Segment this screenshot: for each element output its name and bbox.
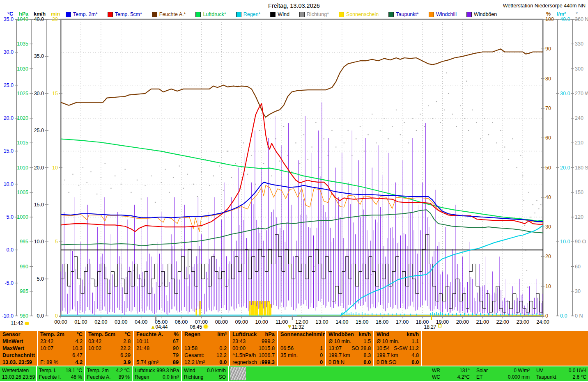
axis-tick-label: 330	[575, 41, 583, 47]
series-richtung-dot	[360, 126, 361, 127]
x-tick-label: 22:00	[496, 319, 509, 325]
cell-label: 10:02	[88, 345, 101, 352]
axis-tick-label: 5	[55, 239, 58, 245]
series-richtung-dot	[197, 196, 198, 197]
table-column-sonnenschein: Sonnenscheinmin06:56135 min.00	[277, 331, 325, 366]
series-richtung-dot	[524, 225, 525, 226]
series-richtung-dot	[364, 151, 365, 151]
x-tick-label: 24:00	[536, 319, 549, 325]
series-richtung-dot	[356, 138, 356, 139]
status-value: 0.0 l/m²	[163, 374, 179, 380]
axis-tick-label: 1005	[17, 190, 28, 195]
cell-value: min	[316, 331, 325, 338]
series-richtung-dot	[64, 180, 65, 181]
cell-value: 0.0	[363, 359, 371, 366]
axis-tick-label: 30	[545, 224, 551, 230]
axis-tick-label: 990	[20, 264, 28, 270]
series-richtung-dot	[311, 146, 312, 147]
cell-label: Feuchte A.	[136, 331, 163, 338]
status-label: UV	[536, 367, 543, 374]
series-richtung-dot	[412, 118, 413, 119]
series-richtung-dot	[275, 138, 276, 139]
axis-tick-label: 40.0	[34, 16, 44, 22]
sun-icon	[25, 322, 29, 325]
series-richtung-dot	[141, 199, 142, 199]
x-tick-label: 04:00	[135, 319, 147, 325]
status-label: ET	[476, 374, 482, 380]
cell-label: Wind	[377, 331, 389, 338]
cell-value: 22.2	[120, 345, 131, 352]
cell-label: 21:48	[136, 345, 149, 352]
cell-value: 1015.8	[259, 345, 275, 352]
axis-tick-label: 0	[55, 313, 58, 319]
cell-label: regnerisch	[232, 359, 257, 366]
status-bar: Wetterdaten13.03.26 23:59Temp. I.18.1 °C…	[0, 366, 588, 382]
series-richtung-dot	[464, 118, 465, 119]
series-richtung-dot	[368, 134, 368, 135]
axis-tick-label: 150	[575, 190, 583, 195]
series-richtung-dot	[189, 266, 190, 267]
axis-tick-label: 120	[575, 214, 583, 220]
axis-tick-label: 240	[575, 115, 583, 121]
series-richtung-dot	[380, 130, 381, 131]
x-tick-label: 17:00	[396, 319, 409, 325]
cell-value: 10.3	[72, 345, 83, 352]
cell-value: 1.1	[411, 338, 419, 345]
sun-duration-note: 11:42	[11, 320, 29, 326]
status-label: WC	[432, 374, 440, 380]
cell-value: km/h	[407, 331, 419, 338]
cell-label: 35 min.	[280, 352, 298, 359]
cell-label: 12.2 l/m²	[184, 359, 205, 366]
cell-value: 67	[173, 338, 179, 345]
series-richtung-dot	[436, 101, 437, 102]
series-richtung-dot	[96, 194, 97, 194]
cell-value: 0.2	[219, 345, 227, 352]
cell-label: 199.7 km	[377, 352, 398, 359]
series-richtung-dot	[538, 208, 539, 209]
series-richtung-dot	[227, 151, 228, 151]
series-richtung-dot	[542, 208, 543, 208]
series-richtung-dot	[424, 126, 425, 127]
series-richtung-dot	[488, 134, 489, 135]
table-column-windb-en: Windböenkm/hØ 10 min.1.513:07SO 28.8199.…	[325, 331, 373, 366]
table-column-wind: Windkm/hØ 10 min.1.110:54S-SW 11.2199.7 …	[373, 331, 421, 366]
status-section: Wind0.0 km/hRichtungSO	[182, 366, 229, 381]
cell-label: Luftdruck	[232, 331, 257, 338]
axis-tick-label: 15.0	[4, 148, 14, 154]
series-richtung-dot	[432, 118, 433, 119]
series-richtung-dot	[169, 192, 170, 193]
axis-tick-label: 40.0	[560, 16, 570, 22]
axis-tick-label: 20.0	[34, 165, 44, 171]
series-richtung-dot	[531, 217, 531, 217]
axis-tick-label: 30.0	[4, 49, 14, 55]
cell-value: 0	[320, 352, 323, 359]
axis-tick-label: 20	[52, 16, 58, 22]
sun-marker-time: 04:44	[156, 324, 168, 330]
cell-label: 0 Bft N	[328, 359, 345, 366]
series-richtung-dot	[121, 184, 122, 185]
axis-tick-label: 1020	[17, 115, 28, 121]
cell-label: Temp. 2m	[40, 331, 64, 338]
cell-label: 10:54	[377, 345, 390, 352]
series-richtung-dot	[384, 118, 385, 119]
status-label: Wind	[184, 367, 195, 374]
series-richtung-dot	[115, 176, 115, 176]
x-tick-label: 03:00	[115, 319, 127, 325]
series-richtung-dot	[90, 172, 91, 172]
cell-value: 79	[173, 352, 179, 359]
status-value: 46 %	[71, 374, 82, 380]
axis-tick-label: 15	[52, 91, 58, 96]
table-row-labels: SensorMinWertMaxWertDurchschnitt13.03. 2…	[0, 331, 37, 366]
cell-label: 0 Bft SO	[377, 359, 396, 366]
cell-value: 999.2	[262, 338, 275, 345]
cell-value: S-SW 11.2	[394, 345, 419, 352]
series-richtung-dot	[496, 142, 497, 143]
series-richtung-dot	[331, 130, 332, 131]
cell-label: Sensor	[2, 331, 20, 338]
series-richtung-dot	[183, 188, 184, 189]
cell-value: 4.2	[75, 338, 83, 345]
cell-value: 1	[320, 345, 323, 352]
series-richtung-dot	[376, 142, 377, 143]
cell-value: 4.2	[75, 359, 83, 366]
x-tick-label: 01:00	[74, 319, 87, 325]
